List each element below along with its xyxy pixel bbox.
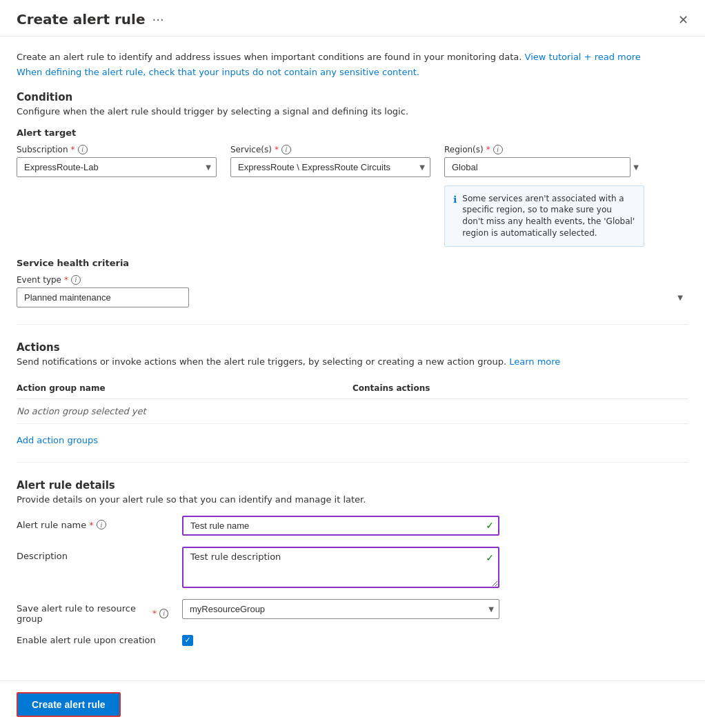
region-info-box: ℹ Some services aren't associated with a… (444, 185, 644, 247)
panel-footer: Create alert rule (0, 680, 705, 728)
enable-label: Enable alert rule upon creation (17, 635, 168, 645)
panel-body: Create an alert rule to identify and add… (0, 37, 705, 726)
subscription-required: * (71, 145, 75, 154)
services-group: Service(s) * i ExpressRoute \ ExpressRou… (230, 145, 430, 177)
alert-rule-name-input[interactable] (182, 516, 499, 536)
region-select-wrapper: Global ▼ (444, 157, 644, 177)
subscription-select-wrapper: ExpressRoute-Lab ▼ (17, 157, 217, 177)
create-alert-rule-button[interactable]: Create alert rule (17, 692, 121, 717)
subscription-select[interactable]: ExpressRoute-Lab (17, 157, 217, 177)
alert-rule-name-label: Alert rule name * i (17, 516, 168, 530)
resource-group-info-icon[interactable]: i (159, 609, 168, 618)
event-type-group: Event type * i Planned maintenance ▼ (17, 275, 688, 307)
view-tutorial-link[interactable]: View tutorial + read more (525, 52, 641, 62)
resource-group-select-wrapper: myResourceGroup ▼ (182, 599, 499, 619)
services-select[interactable]: ExpressRoute \ ExpressRoute Circuits (230, 157, 430, 177)
actions-section-title: Actions (17, 341, 688, 354)
services-label: Service(s) * i (230, 145, 430, 154)
condition-section-title: Condition (17, 91, 688, 103)
services-select-wrapper: ExpressRoute \ ExpressRoute Circuits ▼ (230, 157, 430, 177)
table-empty-row: No action group selected yet (17, 398, 688, 423)
table-body: No action group selected yet (17, 398, 688, 423)
condition-section-desc: Configure when the alert rule should tri… (17, 106, 688, 117)
name-required: * (89, 520, 94, 530)
region-info-text: Some services aren't associated with a s… (462, 193, 635, 239)
divider-1 (17, 324, 688, 325)
divider-2 (17, 462, 688, 463)
actions-section-desc: Send notifications or invoke actions whe… (17, 356, 688, 367)
action-groups-table: Action group name Contains actions No ac… (17, 378, 688, 424)
intro-main-text: Create an alert rule to identify and add… (17, 52, 522, 62)
resource-group-row: Save alert rule to resource group * i my… (17, 599, 688, 624)
table-header: Action group name Contains actions (17, 378, 688, 399)
description-row: Description Test rule description ✓ (17, 547, 688, 588)
resource-group-select[interactable]: myResourceGroup (182, 599, 499, 619)
services-info-icon[interactable]: i (281, 145, 291, 154)
region-group: Region(s) * i Global ▼ ℹ Some services a… (444, 145, 644, 247)
region-required: * (486, 145, 490, 154)
region-chevron-icon: ▼ (633, 163, 639, 171)
description-wrapper: Test rule description ✓ (182, 547, 499, 588)
resource-group-label: Save alert rule to resource group * i (17, 599, 168, 624)
service-health-criteria-label: Service health criteria (17, 258, 688, 268)
panel-title: Create alert rule (17, 11, 146, 28)
region-label: Region(s) * i (444, 145, 644, 154)
event-type-info-icon[interactable]: i (71, 275, 81, 285)
close-icon[interactable]: ✕ (678, 12, 688, 27)
info-circle-icon: ℹ (453, 194, 457, 205)
learn-more-link[interactable]: Learn more (509, 356, 560, 367)
region-select[interactable]: Global (444, 157, 630, 177)
alert-rule-name-wrapper: ✓ (182, 516, 499, 536)
title-row: Create alert rule ··· (17, 11, 164, 28)
event-type-label: Event type * i (17, 275, 688, 285)
create-alert-rule-panel: Create alert rule ··· ✕ Create an alert … (0, 0, 705, 728)
ellipsis-icon[interactable]: ··· (152, 12, 164, 27)
col-contains-actions: Contains actions (352, 378, 688, 399)
subscription-label: Subscription * i (17, 145, 217, 154)
alert-rule-details-title: Alert rule details (17, 479, 688, 492)
event-type-select[interactable]: Planned maintenance (17, 287, 189, 307)
service-health-criteria-section: Service health criteria Event type * i P… (17, 258, 688, 307)
alert-target-label: Alert target (17, 128, 688, 138)
description-label: Description (17, 547, 168, 561)
subscription-group: Subscription * i ExpressRoute-Lab ▼ (17, 145, 217, 177)
resource-group-required: * (152, 608, 157, 618)
name-info-icon[interactable]: i (97, 520, 106, 529)
sensitive-warning: When defining the alert rule, check that… (17, 67, 688, 77)
panel-header: Create alert rule ··· ✕ (0, 0, 705, 37)
alert-rule-name-row: Alert rule name * i ✓ (17, 516, 688, 536)
enable-checkbox-row: Enable alert rule upon creation (17, 635, 688, 646)
alert-rule-details-desc: Provide details on your alert rule so th… (17, 494, 688, 505)
description-input[interactable]: Test rule description (182, 547, 499, 588)
event-type-select-wrapper: Planned maintenance ▼ (17, 287, 688, 307)
services-required: * (275, 145, 279, 154)
enable-checkbox[interactable] (182, 635, 193, 646)
empty-row-text: No action group selected yet (17, 398, 688, 423)
subscription-info-icon[interactable]: i (78, 145, 88, 154)
event-type-chevron-icon: ▼ (677, 294, 683, 301)
col-action-group-name: Action group name (17, 378, 352, 399)
intro-text: Create an alert rule to identify and add… (17, 50, 688, 64)
region-info-icon[interactable]: i (493, 145, 503, 154)
table-header-row: Action group name Contains actions (17, 378, 688, 399)
add-action-groups-link[interactable]: Add action groups (17, 435, 98, 445)
alert-target-fields: Subscription * i ExpressRoute-Lab ▼ Serv… (17, 145, 688, 247)
event-type-required: * (64, 275, 68, 285)
